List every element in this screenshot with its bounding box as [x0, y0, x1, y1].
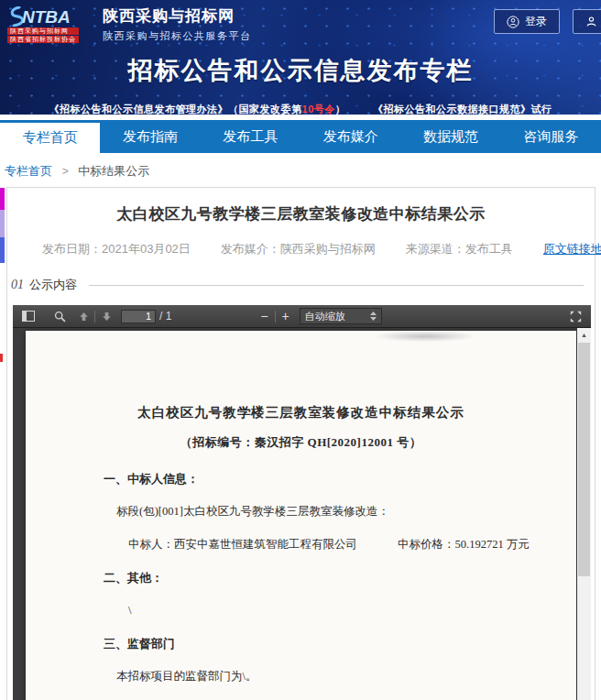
pdf-page: 太白校区九号教学楼三层教室装修改造中标结果公示 （招标编号：秦汉招字 QH[20… — [26, 331, 576, 700]
doc-line: 中标人：西安中嘉世恒建筑智能工程有限公司中标价格：50.192721 万元 — [128, 539, 576, 552]
breadcrumb-home-link[interactable]: 专栏首页 — [5, 164, 52, 178]
floating-widget-segment[interactable] — [0, 210, 5, 237]
site-header: NTBA 陕西采购与招标网 陕西省招标投标协会 陕西采购与招标网 陕西采购与招标… — [0, 0, 601, 115]
section-header: 01 公示内容 — [11, 277, 584, 293]
zoom-in-button[interactable]: + — [278, 309, 294, 323]
site-logo[interactable]: NTBA 陕西采购与招标网 陕西省招标投标协会 陕西采购与招标网 陕西采购与招标… — [7, 5, 252, 43]
zoom-out-button[interactable]: − — [257, 309, 273, 323]
section-title: 公示内容 — [29, 277, 77, 293]
doc-line: 二、其他： — [104, 572, 576, 585]
login-button[interactable]: 登录 — [494, 9, 560, 34]
section-divider — [89, 285, 584, 286]
tab-bar: 专栏首页发布指南发布工具发布媒介数据规范咨询服务 — [0, 120, 601, 153]
pdf-body: 太白校区九号教学楼三层教室装修改造中标结果公示 （招标编号：秦汉招字 QH[20… — [13, 328, 591, 700]
nav-tab[interactable]: 发布指南 — [100, 120, 200, 153]
publish-date: 2021年03月02日 — [102, 242, 191, 256]
article-meta: 发布日期：2021年03月02日 发布媒介：陕西采购与招标网 来源渠道：发布工具… — [42, 241, 595, 257]
select-spinner-icon — [370, 312, 377, 321]
floating-widget-strip[interactable] — [0, 188, 5, 263]
page-total: / 1 — [159, 310, 171, 323]
nav-tab[interactable]: 咨询服务 — [501, 120, 601, 153]
floating-widget-segment[interactable] — [0, 188, 5, 210]
section-number: 01 — [11, 278, 24, 292]
nav-tab[interactable]: 专栏首页 — [0, 120, 100, 153]
nav-tab[interactable]: 数据规范 — [400, 120, 500, 153]
page-up-icon[interactable] — [74, 308, 93, 325]
logo-badge: 陕西省招标投标协会 — [7, 36, 79, 43]
nav-tab[interactable]: 发布媒介 — [300, 120, 400, 153]
logo-mark-icon: NTBA 陕西采购与招标网 陕西省招标投标协会 — [7, 6, 95, 43]
pdf-scrollbar[interactable]: ▲ ▼ — [577, 328, 591, 700]
zoom-select[interactable]: 自动缩放 — [300, 308, 382, 324]
document-subtitle: （招标编号：秦汉招字 QH[2020]12001 号） — [26, 434, 576, 451]
floating-widget-marker[interactable] — [0, 354, 3, 362]
link-data-spec[interactable]: 《招标公告和公示数据接口规范》试行 — [373, 104, 552, 115]
breadcrumb: 专栏首页 > 中标结果公示 — [0, 153, 601, 187]
doc-line: \ — [128, 605, 576, 618]
content-card: 太白校区九号教学楼三层教室装修改造中标结果公示 发布日期：2021年03月02日… — [6, 187, 596, 700]
doc-line: 标段(包)[001]太白校区九号教学楼三层教室装修改造： — [116, 506, 576, 519]
banner-links: 《招标公告和公示信息发布管理办法》（国家发改委第10号令） 《招标公告和公示数据… — [0, 103, 601, 115]
sidebar-toggle-icon[interactable] — [19, 308, 38, 325]
presentation-mode-icon[interactable] — [566, 308, 585, 325]
floating-widget-segment[interactable] — [0, 237, 5, 263]
pdf-viewer: / 1 − + 自动缩放 太白校区九号教学楼三层教室装修改造中标结果公示 — [13, 305, 591, 700]
scroll-up-icon[interactable]: ▲ — [577, 328, 591, 342]
doc-line: 三、监督部门 — [104, 638, 576, 651]
article-title: 太白校区九号教学楼三层教室装修改造中标结果公示 — [7, 203, 595, 224]
doc-lines: 一、中标人信息：标段(包)[001]太白校区九号教学楼三层教室装修改造：中标人：… — [26, 473, 576, 700]
register-user-icon — [585, 16, 597, 27]
site-name: 陕西采购与招标网 — [103, 5, 252, 27]
logo-badge: 陕西采购与招标网 — [7, 27, 79, 35]
search-icon[interactable] — [50, 308, 69, 325]
svg-text:NTBA: NTBA — [22, 7, 71, 27]
doc-line: 本招标项目的监督部门为\。 — [116, 671, 576, 684]
page-down-icon[interactable] — [97, 308, 115, 325]
page-number-input[interactable] — [121, 310, 156, 323]
banner-title: 招标公告和公示信息发布专栏 — [0, 54, 601, 87]
document-title: 太白校区九号教学楼三层教室装修改造中标结果公示 — [26, 331, 576, 421]
nav-tab[interactable]: 发布工具 — [201, 120, 300, 153]
breadcrumb-current: 中标结果公示 — [78, 164, 149, 178]
scan-artifact — [375, 331, 475, 342]
doc-line: 一、中标人信息： — [104, 473, 576, 486]
original-link[interactable]: 原文链接地址 — [543, 241, 601, 257]
login-user-icon — [507, 16, 519, 28]
source-channel: 发布工具 — [465, 242, 513, 256]
pdf-toolbar: / 1 − + 自动缩放 — [13, 305, 591, 328]
publish-media: 陕西采购与招标网 — [280, 242, 376, 256]
breadcrumb-separator: > — [62, 165, 69, 178]
register-button[interactable]: 注册 — [573, 9, 601, 34]
site-subtitle: 陕西采购与招标公共服务平台 — [103, 29, 252, 43]
scrollbar-thumb[interactable] — [578, 343, 590, 576]
link-regulation[interactable]: 《招标公告和公示信息发布管理办法》（国家发改委第10号令） — [49, 104, 346, 115]
